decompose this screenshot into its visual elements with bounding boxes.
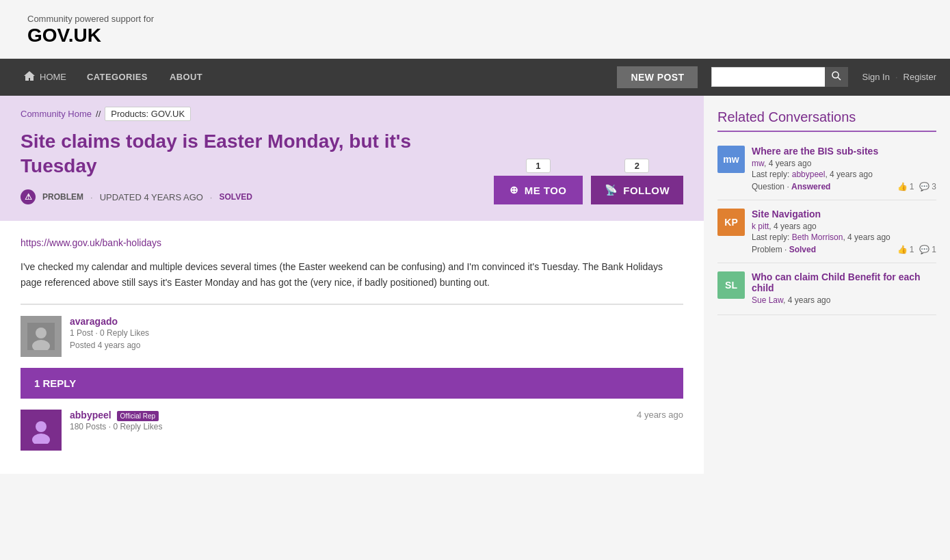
- me-too-count: 1: [526, 159, 551, 173]
- breadcrumb-separator: //: [96, 109, 101, 119]
- nav-categories-link[interactable]: CATEGORIES: [76, 59, 159, 96]
- post-meta: ⚠ PROBLEM · UPDATED 4 YEARS AGO · SOLVED: [21, 189, 473, 204]
- breadcrumb: Community Home // Products: GOV.UK: [21, 107, 473, 121]
- auth-links: Sign In · Register: [862, 72, 936, 82]
- related-body-2: Site Navigation k pitt, 4 years ago Last…: [752, 209, 936, 254]
- related-author-sep-3: ,: [783, 295, 788, 305]
- auth-separator: ·: [895, 72, 898, 82]
- type-label-2: Problem: [752, 245, 782, 254]
- poster-name-link[interactable]: avaragado: [70, 316, 149, 327]
- speech-bubble-icon-1: 💬: [919, 182, 929, 191]
- main-content: Community Home // Products: GOV.UK Site …: [0, 96, 950, 475]
- related-author-sep-1: ,: [764, 159, 769, 168]
- meta-dot-1: ·: [90, 192, 93, 202]
- related-type-2: Problem · Solved: [752, 245, 816, 254]
- related-author-sep-2: ,: [769, 222, 774, 231]
- post-divider: [21, 304, 683, 305]
- sign-in-link[interactable]: Sign In: [862, 72, 889, 82]
- post-title: Site claims today is Easter Monday, but …: [21, 129, 473, 179]
- post-header-right: 1 ⊕ ME TOO 2 📡 FOLLOW: [494, 96, 704, 222]
- me-too-button[interactable]: ⊕ ME TOO: [494, 176, 583, 204]
- nav-categories-label: CATEGORIES: [87, 72, 148, 82]
- post-updated-label: UPDATED 4 YEARS AGO: [100, 192, 203, 202]
- type-label-1: Question: [752, 182, 784, 191]
- breadcrumb-home-link[interactable]: Community Home: [21, 109, 92, 119]
- related-footer-1: Question · Answered 👍 1 💬 3: [752, 182, 936, 191]
- search-container: [711, 67, 848, 87]
- reply-name-row: abbypeel Official Rep 4 years ago: [70, 410, 683, 421]
- related-meta-1: mw, 4 years ago: [752, 159, 936, 168]
- vote-count-1: 1: [910, 182, 914, 191]
- related-title-link-1[interactable]: Where are the BIS sub-sites: [752, 146, 936, 157]
- poster-info: avaragado 1 Post · 0 Reply Likes Posted …: [70, 316, 149, 350]
- reply-avatar: [21, 410, 62, 451]
- reply-user-info: abbypeel Official Rep 4 years ago 180 Po…: [70, 410, 683, 431]
- related-last-reply-2: Last reply: Beth Morrison, 4 years ago: [752, 232, 936, 242]
- follow-block: 2 📡 FOLLOW: [591, 159, 683, 204]
- reply-user-name-link[interactable]: abbypeel: [70, 410, 111, 421]
- metoo-plus-icon: ⊕: [510, 184, 518, 196]
- related-author-ago-1: 4 years ago: [769, 159, 812, 168]
- post-header-area: Community Home // Products: GOV.UK Site …: [0, 96, 704, 222]
- last-reply-ago-2: 4 years ago: [847, 232, 890, 242]
- last-reply-ago-1: 4 years ago: [830, 170, 873, 179]
- follow-rss-icon: 📡: [605, 184, 618, 196]
- poster-reply-likes: 0 Reply Likes: [100, 328, 149, 338]
- search-button[interactable]: [825, 67, 848, 87]
- meta-dot-2: ·: [210, 192, 213, 202]
- site-header: Community powered support for GOV.UK: [0, 0, 950, 59]
- powered-by-text: Community powered support for: [27, 14, 923, 24]
- related-conversations: Related Conversations mw Where are the B…: [717, 109, 936, 315]
- related-author-ago-2: 4 years ago: [774, 222, 817, 231]
- reply-count-2: 1: [932, 245, 936, 254]
- related-meta-3: Sue Law, 4 years ago: [752, 295, 936, 305]
- reply-count-1: 3: [932, 182, 936, 191]
- original-poster-row: avaragado 1 Post · 0 Reply Likes Posted …: [21, 316, 683, 357]
- post-header-left: Community Home // Products: GOV.UK Site …: [0, 96, 494, 222]
- related-footer-2: Problem · Solved 👍 1 💬 1: [752, 245, 936, 254]
- related-counts-2: 👍 1 💬 1: [897, 245, 936, 254]
- poster-posts: 1 Post: [70, 328, 93, 338]
- related-item: mw Where are the BIS sub-sites mw, 4 yea…: [717, 137, 936, 200]
- register-link[interactable]: Register: [903, 72, 936, 82]
- related-meta-2: k pitt, 4 years ago: [752, 222, 936, 231]
- svg-point-6: [36, 421, 47, 432]
- related-avatar-kp: KP: [717, 209, 745, 236]
- related-author-link-3[interactable]: Sue Law: [752, 295, 783, 305]
- nav-about-link[interactable]: ABOUT: [159, 59, 213, 96]
- related-title-link-3[interactable]: Who can claim Child Benefit for each chi…: [752, 271, 936, 293]
- reply-name-area: abbypeel Official Rep: [70, 410, 159, 421]
- new-post-button[interactable]: NEW POST: [617, 66, 698, 88]
- poster-stats: 1 Post · 0 Reply Likes: [70, 328, 149, 338]
- post-external-link[interactable]: https://www.gov.uk/bank-holidays: [21, 237, 683, 248]
- vote-count-item-2: 👍 1: [897, 245, 914, 254]
- svg-line-1: [838, 77, 841, 80]
- status-label-2: Solved: [789, 245, 816, 254]
- last-reply-author-link-2[interactable]: Beth Morrison: [792, 232, 843, 242]
- right-column: Related Conversations mw Where are the B…: [704, 96, 950, 475]
- poster-avatar: [21, 316, 62, 357]
- follow-button[interactable]: 📡 FOLLOW: [591, 176, 683, 204]
- follow-label: FOLLOW: [623, 185, 670, 196]
- reply-timestamp: 4 years ago: [637, 410, 683, 420]
- left-column: Community Home // Products: GOV.UK Site …: [0, 96, 704, 475]
- related-avatar-sl: SL: [717, 271, 745, 299]
- status-label-1: Answered: [791, 182, 830, 191]
- post-body-text: I've checked my calendar and multiple de…: [21, 259, 683, 290]
- related-type-1: Question · Answered: [752, 182, 830, 191]
- svg-point-0: [832, 72, 839, 78]
- type-sep-2: ·: [784, 245, 789, 254]
- home-icon: [23, 70, 36, 83]
- reply-bar-button[interactable]: 1 REPLY: [21, 368, 683, 399]
- nav-home-link[interactable]: HOME: [14, 59, 76, 96]
- last-reply-author-link-1[interactable]: abbypeel: [792, 170, 826, 179]
- related-author-link-1[interactable]: mw: [752, 159, 764, 168]
- breadcrumb-current: Products: GOV.UK: [105, 107, 191, 121]
- official-reply-row: abbypeel Official Rep 4 years ago 180 Po…: [21, 410, 683, 451]
- problem-icon: ⚠: [21, 189, 36, 204]
- related-author-link-2[interactable]: k pitt: [752, 222, 769, 231]
- speech-bubble-icon-2: 💬: [919, 245, 929, 254]
- related-title-link-2[interactable]: Site Navigation: [752, 209, 936, 219]
- post-actions: 1 ⊕ ME TOO 2 📡 FOLLOW: [494, 159, 683, 204]
- official-rep-badge: Official Rep: [117, 411, 159, 421]
